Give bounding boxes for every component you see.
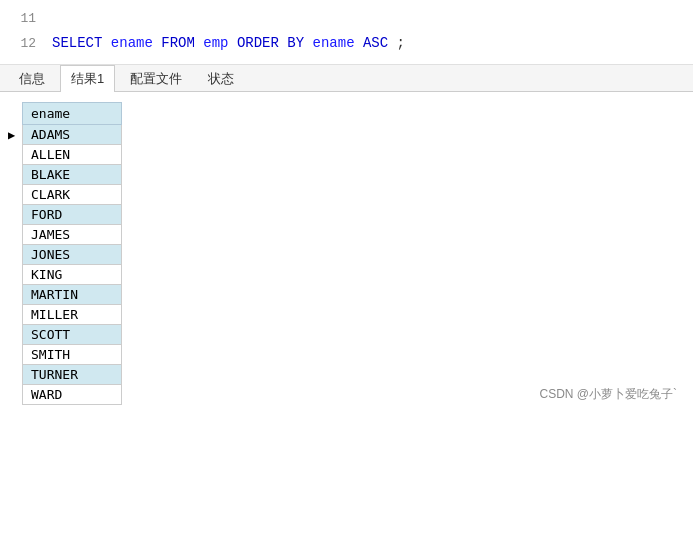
table-cell-ename: SMITH: [23, 344, 122, 364]
keyword-from: FROM: [161, 35, 195, 51]
table-cell-ename: JAMES: [23, 224, 122, 244]
code-line-12: 12 SELECT ename FROM emp ORDER BY ename …: [0, 31, 693, 56]
result-table: ename ADAMSALLENBLAKECLARKFORDJAMESJONES…: [22, 102, 122, 405]
column-ename-order: ename: [313, 35, 355, 51]
table-cell-ename: ADAMS: [23, 124, 122, 144]
table-cell-ename: MARTIN: [23, 284, 122, 304]
table-cell-ename: JONES: [23, 244, 122, 264]
table-cell-ename: KING: [23, 264, 122, 284]
code-line-11: 11: [0, 8, 693, 31]
keyword-by: BY: [287, 35, 304, 51]
table-cell-ename: SCOTT: [23, 324, 122, 344]
keyword-select: SELECT: [52, 35, 102, 51]
row-arrow: ▶: [8, 102, 22, 143]
table-cell-ename: MILLER: [23, 304, 122, 324]
table-cell-ename: CLARK: [23, 184, 122, 204]
tab-result1[interactable]: 结果1: [60, 65, 115, 92]
table-wrapper: ▶ ename ADAMSALLENBLAKECLARKFORDJAMESJON…: [8, 102, 685, 405]
table-cell-ename: BLAKE: [23, 164, 122, 184]
watermark: CSDN @小萝卜爱吃兔子`: [539, 386, 677, 403]
results-area: ▶ ename ADAMSALLENBLAKECLARKFORDJAMESJON…: [0, 92, 693, 411]
tab-config[interactable]: 配置文件: [119, 65, 193, 92]
column-ename: ename: [111, 35, 153, 51]
tab-status[interactable]: 状态: [197, 65, 245, 92]
table-emp: emp: [203, 35, 228, 51]
line-number-12: 12: [8, 34, 36, 55]
keyword-asc: ASC: [363, 35, 388, 51]
table-cell-ename: ALLEN: [23, 144, 122, 164]
keyword-order: ORDER: [237, 35, 279, 51]
table-cell-ename: FORD: [23, 204, 122, 224]
tabs-bar: 信息 结果1 配置文件 状态: [0, 65, 693, 92]
tab-info[interactable]: 信息: [8, 65, 56, 92]
table-cell-ename: TURNER: [23, 364, 122, 384]
line-number-11: 11: [8, 9, 36, 30]
code-editor: 11 12 SELECT ename FROM emp ORDER BY ena…: [0, 0, 693, 65]
column-header-ename: ename: [23, 102, 122, 124]
code-content-12: SELECT ename FROM emp ORDER BY ename ASC…: [52, 32, 405, 54]
table-cell-ename: WARD: [23, 384, 122, 404]
